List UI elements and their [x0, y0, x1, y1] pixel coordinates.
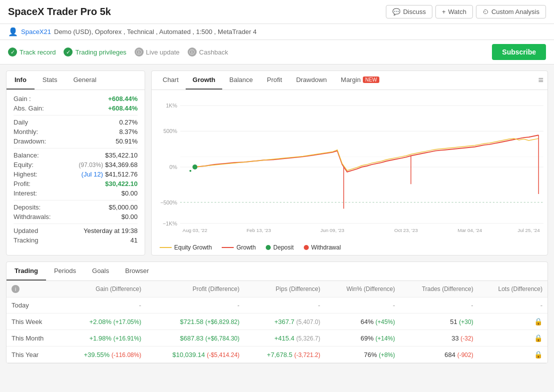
clock-icon: ⏲: [482, 8, 489, 16]
legend-growth: Growth: [222, 244, 256, 251]
week-gain: +2.08% (+17.05%): [60, 314, 146, 330]
top-header: SpaceX Trader Pro 5k 💬 Discuss + Watch ⏲…: [0, 0, 554, 24]
year-lots: 🔒: [478, 346, 547, 363]
discuss-button[interactable]: 💬 Discuss: [386, 5, 432, 18]
subscribe-button[interactable]: Subscribe: [492, 44, 546, 60]
bottom-tab-browser[interactable]: Browser: [117, 262, 157, 280]
week-profit: $721.58 (+$6,829.82): [146, 314, 244, 330]
col-pips: Pips (Difference): [245, 281, 325, 298]
bottom-tab-bar: Trading Periods Goals Browser: [7, 262, 547, 281]
chart-tab-bar: Chart Growth Balance Profit Drawdown Mar…: [152, 71, 547, 90]
svg-text:Mar 04, '24: Mar 04, '24: [457, 228, 482, 233]
updated-row: Updated Yesterday at 19:38: [14, 227, 138, 234]
col-trades: Trades (Difference): [400, 281, 478, 298]
tracking-row: Tracking 41: [14, 236, 138, 244]
year-pips: +7,678.5 (-3,721.2): [245, 346, 325, 363]
interest-row: Interest: $0.00: [14, 190, 138, 197]
track-record-badge: ✓ Track record: [8, 48, 56, 56]
chart-tab-chart[interactable]: Chart: [156, 71, 186, 90]
legend-growth-label: Growth: [236, 244, 256, 251]
year-gain: +39.55% (-116.08%): [60, 346, 146, 363]
gain-row: Gain : +608.44%: [14, 95, 138, 102]
row-today: Today - - - - - -: [7, 298, 547, 314]
legend-deposit-label: Deposit: [273, 244, 294, 251]
tab-info[interactable]: Info: [7, 71, 35, 90]
col-win-pct: Win% (Difference): [325, 281, 400, 298]
lock-icon-year: 🔒: [534, 350, 542, 358]
svg-text:Jul 25, '24: Jul 25, '24: [517, 228, 540, 233]
page-title: SpaceX Trader Pro 5k: [8, 6, 111, 18]
col-gain: Gain (Difference): [60, 281, 146, 298]
svg-text:Aug 03, '22: Aug 03, '22: [183, 228, 207, 233]
right-panel: Chart Growth Balance Profit Drawdown Mar…: [151, 70, 548, 256]
svg-text:0%: 0%: [170, 164, 178, 170]
trading-privileges-check-icon: ✓: [64, 48, 73, 56]
chart-tab-margin[interactable]: Margin NEW: [334, 71, 386, 90]
lock-icon-month: 🔒: [534, 334, 542, 342]
bottom-tab-periods[interactable]: Periods: [46, 262, 84, 280]
period-this-week: This Week: [7, 314, 60, 330]
period-today: Today: [7, 298, 60, 314]
daily-row: Daily 0.27%: [14, 118, 138, 126]
today-profit: -: [146, 298, 244, 314]
today-win: -: [325, 298, 400, 314]
cashback-badge: ⓘ Cashback: [188, 48, 228, 56]
chart-tab-profit[interactable]: Profit: [260, 71, 289, 90]
highest-row: Highest: (Jul 12) $41,512.76: [14, 170, 138, 178]
today-trades: -: [400, 298, 478, 314]
bottom-tab-trading[interactable]: Trading: [7, 262, 46, 280]
svg-text:−500%: −500%: [160, 200, 177, 206]
legend-deposit: Deposit: [266, 244, 294, 251]
month-gain: +1.98% (+16.91%): [60, 330, 146, 346]
today-pips: -: [245, 298, 325, 314]
bottom-tab-goals[interactable]: Goals: [84, 262, 117, 280]
main-content: Info Stats General Gain : +608.44% Abs. …: [0, 64, 554, 262]
chart-settings-icon[interactable]: ≡: [538, 75, 543, 86]
svg-text:−1K%: −1K%: [163, 220, 177, 226]
user-avatar-icon: 👤: [8, 27, 18, 36]
tab-general[interactable]: General: [65, 71, 104, 90]
year-trades: 684 (-902): [400, 346, 478, 363]
row-this-month: This Month +1.98% (+16.91%) $687.83 (+$6…: [7, 330, 547, 346]
row-this-year: This Year +39.55% (-116.08%) $10,039.14 …: [7, 346, 547, 363]
track-record-check-icon: ✓: [8, 48, 17, 56]
custom-analysis-button[interactable]: ⏲ Custom Analysis: [476, 5, 546, 18]
col-info: i: [7, 281, 60, 298]
svg-text:Oct 23, '23: Oct 23, '23: [394, 228, 418, 233]
chart-tab-drawdown[interactable]: Drawdown: [289, 71, 334, 90]
bottom-panel: Trading Periods Goals Browser i Gain (Di…: [6, 262, 548, 364]
svg-text:1K%: 1K%: [166, 102, 177, 108]
new-badge: NEW: [363, 76, 379, 83]
today-gain: -: [60, 298, 146, 314]
tab-stats[interactable]: Stats: [35, 71, 66, 90]
trading-table: i Gain (Difference) Profit (Difference) …: [7, 281, 547, 363]
bottom-section: Trading Periods Goals Browser i Gain (Di…: [0, 262, 554, 370]
today-lots: -: [478, 298, 547, 314]
watch-button[interactable]: + Watch: [435, 5, 473, 18]
cashback-info-icon: ⓘ: [188, 48, 197, 56]
period-this-year: This Year: [7, 346, 60, 363]
discuss-icon: 💬: [392, 8, 400, 16]
trading-privileges-badge: ✓ Trading privileges: [64, 48, 126, 56]
week-trades: 51 (+30): [400, 314, 478, 330]
svg-text:500%: 500%: [164, 128, 178, 134]
table-info-icon: i: [12, 285, 20, 293]
live-update-info-icon: ⓘ: [135, 48, 144, 56]
deposits-row: Deposits: $5,000.00: [14, 204, 138, 211]
svg-text:Jun 09, '23: Jun 09, '23: [320, 228, 344, 233]
stats-table: Gain : +608.44% Abs. Gain: +608.44% Dail…: [7, 90, 145, 251]
lock-icon: 🔒: [534, 318, 542, 326]
badges-row: ✓ Track record ✓ Trading privileges ⓘ Li…: [0, 40, 554, 64]
growth-line: [222, 247, 234, 248]
legend-withdrawal-label: Withdrawal: [311, 244, 341, 251]
profit-row: Profit: $30,422.10: [14, 180, 138, 188]
year-win: 76% (+8%): [325, 346, 400, 363]
abs-gain-row: Abs. Gain: +608.44%: [14, 104, 138, 112]
period-this-month: This Month: [7, 330, 60, 346]
username-link[interactable]: SpaceX21: [21, 28, 51, 36]
header-buttons: 💬 Discuss + Watch ⏲ Custom Analysis: [386, 5, 546, 18]
chart-tab-balance[interactable]: Balance: [222, 71, 260, 90]
left-tab-bar: Info Stats General: [7, 71, 145, 90]
withdrawal-dot: [304, 245, 309, 250]
chart-tab-growth[interactable]: Growth: [186, 71, 223, 90]
